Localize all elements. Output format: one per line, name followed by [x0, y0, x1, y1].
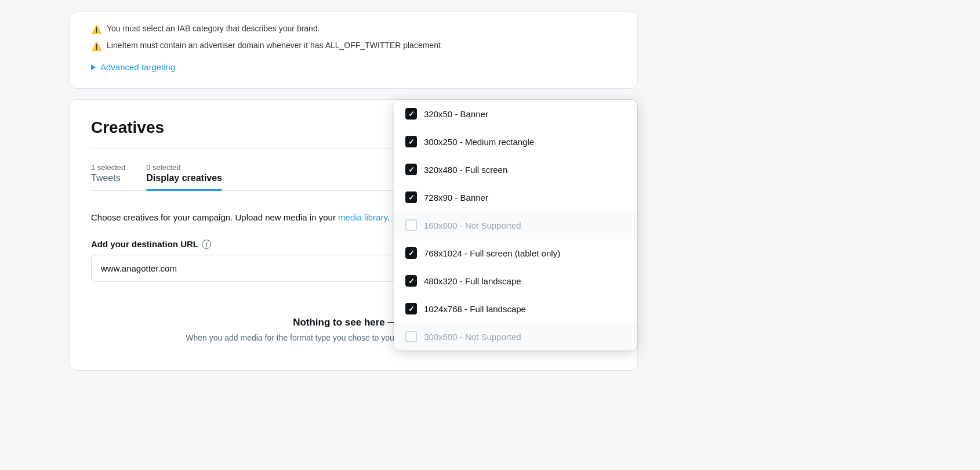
item-label-1024x768: 1024x768 - Full landscape — [424, 304, 526, 314]
display-creatives-count: 0 selected — [146, 163, 180, 172]
checkbox-unchecked-300x600 — [405, 331, 417, 342]
item-label-300x600: 300x600 - Not Supported — [424, 332, 521, 342]
creatives-section: Creatives 1 selected Tweets 0 selected D… — [70, 99, 638, 371]
warning-icon-2: ⚠️ — [91, 41, 102, 52]
main-content: ⚠️ You must select an IAB category that … — [0, 0, 980, 382]
item-label-300x250: 300x250 - Medium rectangle — [424, 137, 534, 147]
item-label-768x1024: 768x1024 - Full screen (tablet only) — [424, 248, 560, 258]
dropdown-item-160x600[interactable]: 160x600 - Not Supported — [394, 211, 637, 239]
advanced-targeting-label: Advanced targeting — [100, 62, 175, 72]
description-prefix: Choose creatives for your campaign. Uplo… — [91, 212, 338, 222]
item-label-320x480: 320x480 - Full screen — [424, 165, 507, 175]
dropdown-item-728x90[interactable]: ✓ 728x90 - Banner — [394, 183, 637, 211]
description-text: Choose creatives for your campaign. Uplo… — [91, 212, 390, 222]
empty-desc-prefix: When you add media for the format type y… — [186, 333, 399, 342]
chevron-right-icon — [91, 64, 96, 70]
item-label-728x90: 728x90 - Banner — [424, 193, 488, 203]
warning-icon-1: ⚠️ — [91, 24, 102, 35]
info-icon[interactable]: i — [202, 240, 211, 249]
checkbox-checked-1024x768: ✓ — [405, 303, 417, 314]
checkbox-checked-320x480: ✓ — [405, 164, 417, 175]
error-text-2: LineItem must contain an advertiser doma… — [107, 41, 441, 50]
dropdown-item-768x1024[interactable]: ✓ 768x1024 - Full screen (tablet only) — [394, 239, 637, 267]
error-text-1: You must select an IAB category that des… — [107, 24, 320, 33]
description-suffix: . — [387, 212, 390, 222]
checkbox-checked-728x90: ✓ — [405, 191, 417, 203]
dropdown-item-1024x768[interactable]: ✓ 1024x768 - Full landscape — [394, 295, 637, 323]
tab-tweets[interactable]: 1 selected Tweets — [91, 163, 125, 190]
checkbox-checked-480x320: ✓ — [405, 275, 417, 287]
dropdown-item-480x320[interactable]: ✓ 480x320 - Full landscape — [394, 267, 637, 295]
url-label: Add your destination URL — [91, 239, 198, 249]
checkbox-checked-300x250: ✓ — [405, 136, 417, 147]
checkbox-unchecked-160x600 — [405, 219, 417, 231]
tweets-count: 1 selected — [91, 163, 125, 172]
checkbox-checked-768x1024: ✓ — [405, 247, 417, 259]
error-item-2: ⚠️ LineItem must contain an advertiser d… — [91, 41, 616, 52]
media-library-link[interactable]: media library — [338, 212, 387, 222]
error-item-1: ⚠️ You must select an IAB category that … — [91, 24, 616, 35]
item-label-160x600: 160x600 - Not Supported — [424, 220, 521, 230]
dropdown-item-320x50[interactable]: ✓ 320x50 - Banner — [394, 100, 637, 128]
page-wrapper: ⚠️ You must select an IAB category that … — [0, 0, 980, 470]
dropdown-item-320x480[interactable]: ✓ 320x480 - Full screen — [394, 156, 637, 183]
error-section: ⚠️ You must select an IAB category that … — [70, 12, 638, 89]
display-creatives-label: Display creatives — [146, 173, 222, 183]
tab-display-creatives[interactable]: 0 selected Display creatives — [146, 163, 222, 190]
checkbox-checked-320x50: ✓ — [405, 108, 417, 120]
item-label-480x320: 480x320 - Full landscape — [424, 276, 521, 286]
sizes-dropdown: ✓ 320x50 - Banner ✓ 300x250 - Medium rec… — [394, 100, 637, 350]
dropdown-item-300x600[interactable]: 300x600 - Not Supported — [394, 323, 637, 350]
tweets-label: Tweets — [91, 173, 121, 183]
dropdown-item-300x250[interactable]: ✓ 300x250 - Medium rectangle — [394, 128, 637, 156]
item-label-320x50: 320x50 - Banner — [424, 109, 488, 119]
advanced-targeting-toggle[interactable]: Advanced targeting — [91, 62, 616, 72]
